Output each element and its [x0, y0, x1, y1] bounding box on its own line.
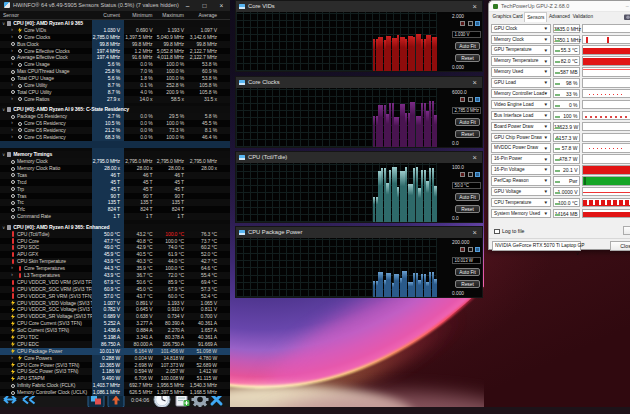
svg-text:0:04:06: 0:04:06 [131, 397, 149, 403]
